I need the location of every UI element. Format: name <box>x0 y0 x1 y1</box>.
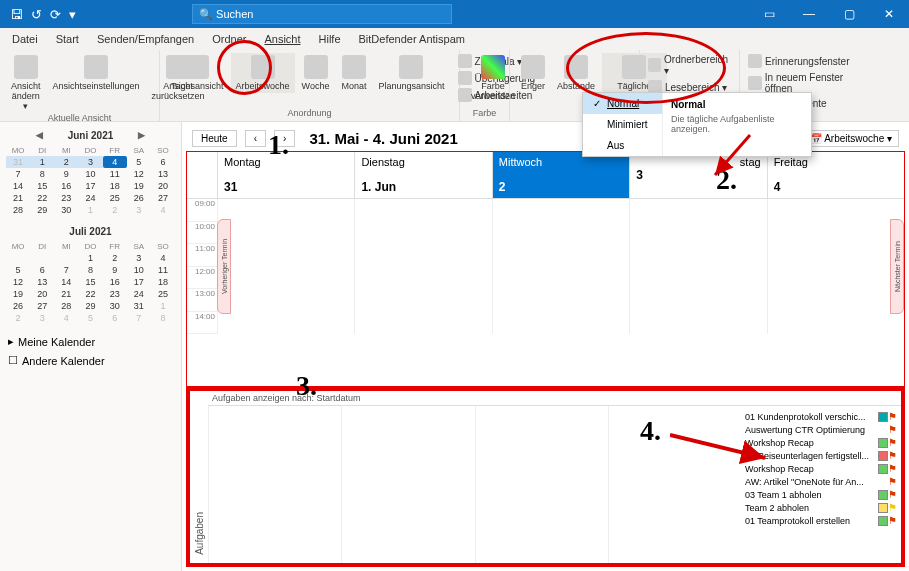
today-button[interactable]: Heute <box>192 130 237 147</box>
annotation-label-3: 3. <box>296 370 317 402</box>
popup-item-minimized[interactable]: Minimiert <box>583 114 662 135</box>
window-buttons: ▭ — ▢ ✕ <box>749 0 909 28</box>
mini-calendar-june[interactable]: ◀Juni 2021▶ MODIMIDOFRSASO31123456789101… <box>6 128 175 216</box>
svg-line-0 <box>715 135 750 175</box>
prev-appointment-tab[interactable]: Vorheriger Termin <box>217 219 231 314</box>
tighter-button[interactable]: Enger <box>516 53 550 93</box>
menu-view[interactable]: Ansicht <box>264 33 300 45</box>
folderpane-button[interactable]: Ordnerbereich ▾ <box>646 53 733 77</box>
quick-access-toolbar: 🖫 ↺ ⟳ ▾ <box>0 7 76 22</box>
search-box[interactable]: 🔍 Suchen <box>192 4 452 24</box>
menu-send-receive[interactable]: Senden/Empfangen <box>97 33 194 45</box>
view-settings-button[interactable]: Ansichtseinstellungen <box>48 53 145 93</box>
week-view-button[interactable]: Woche <box>297 53 335 93</box>
popup-tooltip-title: Normal <box>671 99 803 110</box>
ribbon-group-label: Anordnung <box>166 108 453 118</box>
ribbon-group-label: Farbe <box>466 108 503 118</box>
ribbon-options-icon[interactable]: ▭ <box>749 0 789 28</box>
annotation-label-1: 1. <box>268 129 289 161</box>
calendar-sidebar: ◀Juni 2021▶ MODIMIDOFRSASO31123456789101… <box>0 122 182 571</box>
menu-bitdefender[interactable]: BitDefender Antispam <box>359 33 465 45</box>
save-icon[interactable]: 🖫 <box>10 7 23 22</box>
menu-start[interactable]: Start <box>56 33 79 45</box>
calendar-main: Heute ‹ › 31. Mai - 4. Juni 2021 Markdor… <box>182 122 909 571</box>
popup-item-normal[interactable]: ✓Normal <box>583 93 662 114</box>
spacing-button[interactable]: Abstände <box>552 53 600 93</box>
menu-bar: Datei Start Senden/Empfangen Ordner Ansi… <box>0 28 909 50</box>
next-appointment-tab[interactable]: Nächster Termin <box>890 219 904 314</box>
workweek-view-button[interactable]: Arbeitswoche <box>231 53 295 93</box>
sync-icon[interactable]: ⟳ <box>50 7 61 22</box>
date-range-title: 31. Mai - 4. Juni 2021 <box>309 130 457 147</box>
mini-calendar-july[interactable]: Juli 2021 MODIMIDOFRSASO1234567891011121… <box>6 224 175 324</box>
task-pane: Aufgaben Aufgaben anzeigen nach: Startda… <box>186 387 905 567</box>
checkbox-icon: ☐ <box>8 354 18 367</box>
prev-week-button[interactable]: ‹ <box>245 130 266 147</box>
menu-file[interactable]: Datei <box>12 33 38 45</box>
minimize-button[interactable]: — <box>789 0 829 28</box>
title-bar: 🖫 ↺ ⟳ ▾ 🔍 Suchen ▭ — ▢ ✕ <box>0 0 909 28</box>
search-icon: 🔍 <box>199 8 213 21</box>
task-pane-side-label: Aufgaben <box>190 391 208 563</box>
reminders-button[interactable]: Erinnerungsfenster <box>746 53 874 69</box>
maximize-button[interactable]: ▢ <box>829 0 869 28</box>
annotation-arrow-2 <box>660 130 760 200</box>
change-view-button[interactable]: Ansicht ändern ▾ <box>6 53 46 113</box>
schedule-view-button[interactable]: Planungsansicht <box>373 53 449 93</box>
svg-line-1 <box>670 435 765 458</box>
task-item[interactable]: Team 2 abholen⚑ <box>741 501 901 514</box>
my-calendars-node[interactable]: ▸Meine Kalender <box>6 332 175 351</box>
undo-icon[interactable]: ↺ <box>31 7 42 22</box>
popup-item-off[interactable]: Aus <box>583 135 662 156</box>
search-placeholder: Suchen <box>216 8 253 20</box>
menu-folder[interactable]: Ordner <box>212 33 246 45</box>
expand-icon: ▸ <box>8 335 14 348</box>
qat-dropdown-icon[interactable]: ▾ <box>69 7 76 22</box>
day-view-button[interactable]: Tagesansicht <box>166 53 229 93</box>
other-calendars-node[interactable]: ☐Andere Kalender <box>6 351 175 370</box>
task-item[interactable]: 01 Teamprotokoll erstellen⚑ <box>741 514 901 527</box>
calendar-grid: Montag31Dienstag1. JunMittwoch2stag3Frei… <box>186 151 905 387</box>
menu-help[interactable]: Hilfe <box>319 33 341 45</box>
annotation-label-4: 4. <box>640 415 661 447</box>
month-view-button[interactable]: Monat <box>336 53 371 93</box>
annotation-arrow-4 <box>670 420 780 470</box>
task-item[interactable]: 03 Team 1 abholen⚑ <box>741 488 901 501</box>
close-button[interactable]: ✕ <box>869 0 909 28</box>
task-item[interactable]: AW: Artikel "OneNote für An...⚑ <box>741 475 901 488</box>
view-selector[interactable]: 📅 Arbeitswoche ▾ <box>803 130 899 147</box>
